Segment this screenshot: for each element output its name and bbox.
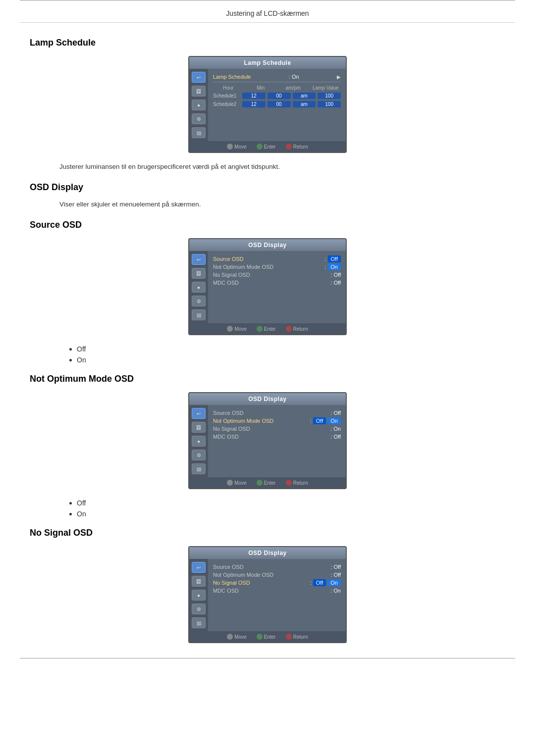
no-sidebar-icon-4: ⚙: [192, 450, 206, 460]
lamp-schedule-screen-container: Lamp Schedule ↩ 🖼 ● ⚙ ▤ Lamp Schedule : …: [30, 56, 505, 153]
return-icon-3: [286, 480, 292, 486]
no-signal-value-3: : Off On: [310, 580, 341, 586]
footer-return-label-2: Return: [293, 326, 308, 332]
not-optimum-main: Source OSD : Off Not Optimum Mode OSD : …: [208, 405, 346, 477]
lamp-schedule-title: Lamp Schedule: [30, 38, 505, 48]
footer-return-label-3: Return: [293, 480, 308, 486]
not-optimum-screen-title: OSD Display: [189, 393, 346, 405]
schedule2-row: Schedule2 12 00 am 100: [213, 100, 341, 108]
not-optimum-highlight-1: On: [327, 263, 341, 270]
no-signal-label-3: No Signal OSD: [213, 580, 250, 586]
src-sidebar-icon-4: ⚙: [192, 296, 206, 306]
sidebar-icon-5: ▤: [192, 127, 206, 138]
src-sidebar-icon-3: ●: [192, 282, 206, 293]
footer-return-label-4: Return: [293, 634, 308, 640]
footer-enter-label-4: Enter: [264, 634, 276, 640]
ns-sidebar-icon-5: ▤: [192, 617, 206, 628]
footer-enter-label-2: Enter: [264, 326, 276, 332]
not-opt-off-highlight: Off: [313, 417, 326, 424]
footer-enter-2: Enter: [257, 326, 276, 332]
lamp-schedule-desc: Justerer luminansen til en brugerspecifi…: [59, 163, 505, 170]
footer-return: Return: [286, 144, 308, 150]
source-osd-label-2: Source OSD: [213, 410, 244, 416]
source-osd-row-2: Source OSD : Off: [213, 409, 341, 417]
footer-move: Move: [227, 144, 246, 150]
footer-enter-3: Enter: [257, 480, 276, 486]
move-icon-3: [227, 480, 233, 486]
source-osd-label: Source OSD: [213, 256, 244, 262]
ns-sidebar-icon-3: ●: [192, 590, 206, 601]
sidebar-icon-2: 🖼: [192, 86, 206, 97]
no-signal-row-1: No Signal OSD : Off: [213, 271, 341, 279]
source-osd-footer: Move Enter Return: [189, 323, 346, 334]
lamp-schedule-screen: Lamp Schedule ↩ 🖼 ● ⚙ ▤ Lamp Schedule : …: [188, 56, 347, 153]
not-optimum-title: Not Optimum Mode OSD: [30, 374, 505, 384]
not-opt-bullet-off: Off: [69, 499, 505, 507]
not-opt-bullet-off-text: Off: [77, 499, 86, 507]
mdc-osd-value-2: : Off: [316, 434, 341, 440]
no-signal-osd-title: No Signal OSD: [30, 528, 505, 538]
mdc-osd-label-3: MDC OSD: [213, 588, 239, 594]
source-osd-highlight: Off: [328, 255, 341, 262]
not-optimum-footer: Move Enter Return: [189, 477, 346, 488]
not-optimum-label-3: Not Optimum Mode OSD: [213, 572, 273, 578]
not-optimum-bullets: Off On: [69, 499, 505, 518]
no-signal-footer: Move Enter Return: [189, 631, 346, 642]
source-bullet-on: On: [69, 356, 505, 364]
no-signal-screen-container: OSD Display ↩ 🖼 ● ⚙ ▤ Source OSD : Off N…: [30, 546, 505, 643]
source-bullet-off-text: Off: [77, 345, 86, 353]
footer-return-label: Return: [293, 144, 308, 150]
schedule1-hour: 12: [242, 93, 266, 99]
osd-display-desc: Viser eller skjuler et menuelement på sk…: [59, 201, 505, 208]
ns-sidebar: ↩ 🖼 ● ⚙ ▤: [189, 559, 208, 631]
source-sidebar: ↩ 🖼 ● ⚙ ▤: [189, 251, 208, 323]
not-optimum-label-1: Not Optimum Mode OSD: [213, 264, 273, 270]
no-signal-screen-title: OSD Display: [189, 547, 346, 559]
bullet-dot-2: [69, 359, 72, 361]
footer-enter: Enter: [257, 144, 276, 150]
mdc-osd-label-2: MDC OSD: [213, 434, 239, 440]
ns-sidebar-icon-4: ⚙: [192, 604, 206, 614]
move-icon: [227, 144, 233, 150]
not-opt-sidebar: ↩ 🖼 ● ⚙ ▤: [189, 405, 208, 477]
footer-enter-label-3: Enter: [264, 480, 276, 486]
return-icon: [286, 144, 292, 150]
no-signal-value-2: : On: [316, 426, 341, 432]
schedule2-ampm: am: [293, 101, 316, 107]
ns-on-highlight: On: [327, 579, 341, 586]
not-optimum-row-1: Not Optimum Mode OSD : On: [213, 263, 341, 271]
source-osd-screen-container: OSD Display ↩ 🖼 ● ⚙ ▤ Source OSD : Off: [30, 238, 505, 335]
schedule1-lamp: 100: [318, 93, 341, 99]
source-osd-title: Source OSD: [30, 220, 505, 230]
not-optimum-screen-container: OSD Display ↩ 🖼 ● ⚙ ▤ Source OSD : Off N…: [30, 392, 505, 489]
enter-icon-2: [257, 326, 263, 332]
not-optimum-screen: OSD Display ↩ 🖼 ● ⚙ ▤ Source OSD : Off N…: [188, 392, 347, 489]
lamp-screen-title: Lamp Schedule: [189, 57, 346, 69]
col-hour: Hour: [213, 85, 244, 91]
mdc-osd-label-1: MDC OSD: [213, 280, 239, 286]
schedule1-row: Schedule1 12 00 am 100: [213, 92, 341, 100]
lamp-footer: Move Enter Return: [189, 141, 346, 152]
src-sidebar-icon-5: ▤: [192, 309, 206, 320]
schedule1-ampm: am: [293, 93, 316, 99]
no-signal-row-3: No Signal OSD : Off On: [213, 579, 341, 587]
footer-move-label: Move: [234, 144, 246, 150]
no-signal-row-2: No Signal OSD : On: [213, 425, 341, 433]
source-osd-value-3: : Off: [316, 564, 341, 570]
col-ampm: am/pm: [278, 85, 309, 91]
mdc-osd-row-2: MDC OSD : Off: [213, 433, 341, 441]
return-icon-2: [286, 326, 292, 332]
source-osd-value-2: : Off: [316, 410, 341, 416]
src-sidebar-icon-1: ↩: [192, 254, 206, 265]
footer-move-3: Move: [227, 480, 246, 486]
footer-move-label-3: Move: [234, 480, 246, 486]
not-optimum-row-2: Not Optimum Mode OSD : Off On: [213, 417, 341, 425]
source-osd-screen-title: OSD Display: [189, 239, 346, 251]
source-bullet-on-text: On: [77, 356, 86, 364]
footer-return-2: Return: [286, 326, 308, 332]
lamp-main-area: Lamp Schedule : On ▶ Hour Min am/pm Lamp…: [208, 69, 346, 141]
not-opt-on-highlight: On: [327, 417, 341, 424]
schedule2-label: Schedule2: [213, 101, 240, 107]
footer-move-label-4: Move: [234, 634, 246, 640]
no-sidebar-icon-5: ▤: [192, 463, 206, 474]
